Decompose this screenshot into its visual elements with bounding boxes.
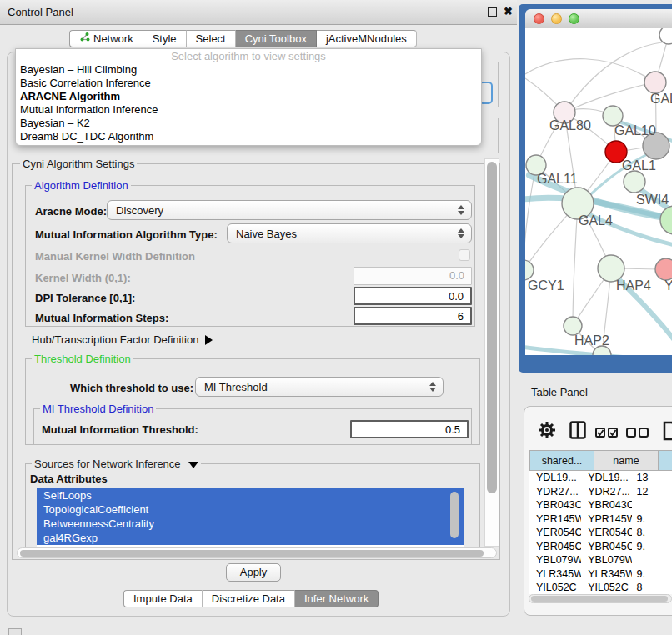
tab-label: Network xyxy=(93,31,133,47)
mi-steps-field[interactable]: 6 xyxy=(354,307,472,325)
sources-expander[interactable]: Sources for Network Inference xyxy=(32,458,201,470)
dpi-tolerance-label: DPI Tolerance [0,1]: xyxy=(35,292,135,304)
mi-type-combobox[interactable]: Naive Bayes xyxy=(227,223,472,243)
tab-label: Infer Network xyxy=(304,591,369,607)
table-cell: 12 xyxy=(632,485,672,499)
settings-horizontal-scrollbar-thumb[interactable] xyxy=(20,550,484,557)
hidden-groupbox-border xyxy=(498,118,499,153)
combo-spinner-icon xyxy=(458,205,464,215)
algo-option-bayesian-hill-climbing[interactable]: Bayesian – Hill Climbing xyxy=(16,63,481,77)
network-canvas[interactable]: GALGAL80GAL10GAL1GAL11SWI4GAL4GCY1HAP4YH… xyxy=(525,28,672,355)
table-row[interactable]: YLR345WYLR345W9. xyxy=(529,568,672,582)
settings-vertical-scrollbar-thumb[interactable] xyxy=(487,162,497,493)
table-row[interactable]: YBL079WYBL079W xyxy=(529,553,672,568)
network-node[interactable] xyxy=(660,206,672,234)
tab-label: Impute Data xyxy=(133,591,193,607)
aracne-mode-combobox[interactable]: Discovery xyxy=(107,200,472,220)
tab-network[interactable]: Network xyxy=(69,30,143,48)
unchecked-pair-icon[interactable] xyxy=(626,427,649,442)
algo-option-aracne-algorithm[interactable]: ARACNE Algorithm xyxy=(16,90,481,103)
algo-option-mutual-information-inference[interactable]: Mutual Information Inference xyxy=(16,103,481,117)
tab-label: Cyni Toolbox xyxy=(245,31,307,47)
which-threshold-value: MI Threshold xyxy=(204,381,268,393)
table-cell: YPR145W xyxy=(581,512,632,527)
manual-kernel-label: Manual Kernel Width Definition xyxy=(35,250,195,262)
table-panel-title: Table Panel xyxy=(531,386,588,398)
table-cell: YDR27... xyxy=(529,485,581,499)
table-row[interactable]: YBR045CYBR045C9. xyxy=(529,540,672,554)
table-row[interactable]: YPR145WYPR145W9. xyxy=(529,512,672,527)
columns-icon[interactable] xyxy=(569,421,586,442)
expander-collapsed-icon xyxy=(205,335,213,345)
algo-option-dream8-dc-tdc-algorithm[interactable]: Dream8 DC_TDC Algorithm xyxy=(16,130,481,143)
network-node-swi4[interactable] xyxy=(624,171,645,192)
close-window-icon[interactable] xyxy=(534,13,544,24)
column-header-2[interactable] xyxy=(659,450,672,471)
control-panel-tabs: NetworkStyleSelectCyni ToolboxjActiveMNo… xyxy=(69,30,417,48)
network-edge[interactable] xyxy=(573,203,578,326)
kernel-width-field[interactable]: 0.0 xyxy=(354,267,472,285)
close-panel-icon[interactable]: ✖ xyxy=(504,5,513,18)
attribute-list-scrollbar[interactable] xyxy=(450,492,459,538)
cyni-settings-title: Cyni Algorithm Settings xyxy=(20,158,137,170)
checked-pair-icon[interactable] xyxy=(595,427,619,442)
algo-option-basic-correlation-inference[interactable]: Basic Correlation Inference xyxy=(16,77,481,90)
which-threshold-combobox[interactable]: MI Threshold xyxy=(195,377,444,397)
node-label-gal4: GAL4 xyxy=(579,213,613,228)
table-row[interactable]: YIL052CYIL052C8 xyxy=(529,581,672,594)
attribute-option-topologicalcoefficient[interactable]: TopologicalCoefficient xyxy=(37,502,464,517)
apply-button[interactable]: Apply xyxy=(226,563,281,582)
table-row[interactable]: YBR043CYBR043C xyxy=(529,498,672,512)
tab-label: Select xyxy=(196,31,226,47)
table-cell: 9. xyxy=(632,568,672,582)
minimize-window-icon[interactable] xyxy=(551,13,562,24)
combo-spinner-icon xyxy=(429,382,436,392)
mi-type-value: Naive Bayes xyxy=(236,228,297,240)
node-label-hap4: HAP4 xyxy=(616,278,651,292)
table-cell: 8 xyxy=(632,581,672,594)
zoom-window-icon[interactable] xyxy=(569,13,579,24)
column-header-shared[interactable]: shared... xyxy=(529,450,594,471)
node-label-gcy1: GCY1 xyxy=(528,278,564,292)
node-label-gal11: GAL11 xyxy=(537,172,578,186)
attribute-option-selfloops[interactable]: SelfLoops xyxy=(37,488,464,502)
table-row[interactable]: YDR27...YDR27...12 xyxy=(529,485,672,499)
kernel-width-label: Kernel Width (0,1): xyxy=(35,272,131,284)
node-label-gal1: GAL1 xyxy=(622,158,656,172)
tab-infer-network[interactable]: Infer Network xyxy=(295,590,379,608)
tab-jactivemnodules[interactable]: jActiveMNodules xyxy=(317,30,417,48)
tab-discretize-data[interactable]: Discretize Data xyxy=(203,590,295,608)
tab-cyni-toolbox[interactable]: Cyni Toolbox xyxy=(236,30,317,48)
table-cell: YBL079W xyxy=(581,553,632,568)
network-node-y[interactable] xyxy=(655,258,672,280)
mi-threshold-group-title: MI Threshold Definition xyxy=(40,402,156,415)
tab-style[interactable]: Style xyxy=(143,30,187,48)
algo-option-bayesian-k2[interactable]: Bayesian – K2 xyxy=(16,117,481,130)
table-row[interactable]: YDL19...YDL19...13 xyxy=(529,471,672,485)
manual-kernel-checkbox[interactable] xyxy=(459,249,470,261)
attribute-option-betweennesscentrality[interactable]: BetweennessCentrality xyxy=(37,517,464,531)
table-cell: 8. xyxy=(632,526,672,540)
table-row[interactable]: YER054CYER054C8. xyxy=(529,526,672,540)
network-edge[interactable] xyxy=(525,59,655,82)
float-panel-icon[interactable] xyxy=(488,8,497,17)
column-header-name[interactable]: name xyxy=(594,450,659,471)
tab-impute-data[interactable]: Impute Data xyxy=(123,590,203,608)
network-node-gal[interactable] xyxy=(644,72,666,93)
network-node[interactable] xyxy=(659,28,672,44)
table-cell xyxy=(632,553,672,568)
mi-threshold-field[interactable]: 0.5 xyxy=(350,420,469,438)
network-node-gcy1[interactable] xyxy=(525,260,534,280)
network-edge-highlighted[interactable] xyxy=(525,347,638,355)
table-horizontal-scrollbar-thumb[interactable] xyxy=(531,596,668,602)
page-icon[interactable] xyxy=(663,421,672,444)
gear-icon[interactable] xyxy=(538,421,556,442)
tab-select[interactable]: Select xyxy=(187,30,236,48)
mi-type-label: Mutual Information Algorithm Type: xyxy=(35,228,218,241)
table-cell: YPR145W xyxy=(529,512,581,527)
network-node-hap2[interactable] xyxy=(564,317,582,335)
hub-definition-expander[interactable]: Hub/Transcription Factor Definition xyxy=(32,333,213,346)
dpi-tolerance-field[interactable]: 0.0 xyxy=(354,287,472,305)
attribute-option-gal4rgexp[interactable]: gal4RGexp xyxy=(37,531,464,545)
table-cell: 9. xyxy=(632,540,672,554)
